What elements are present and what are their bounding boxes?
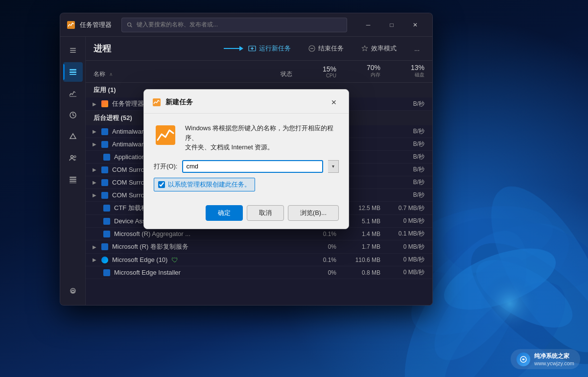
open-input[interactable] [182, 160, 323, 173]
watermark: 纯净系统之家 www.ycwjzy.com [511, 349, 580, 369]
taskmanager-window: 任务管理器 键入要搜索的名称、发布者或... ─ □ ✕ [60, 13, 433, 306]
dialog-overlay: 新建任务 ✕ Windows 将根据您所键入的名称，为您打开相应的程序、 文件夹… [60, 13, 432, 305]
dialog-input-row: 打开(O): ▾ [154, 160, 339, 173]
checkbox-row: 以系统管理权限创建此任务。 [154, 178, 255, 191]
dialog-title-text: 新建任务 [165, 98, 193, 107]
watermark-url: www.ycwjzy.com [534, 360, 574, 366]
dropdown-button[interactable]: ▾ [328, 160, 339, 173]
open-label: 打开(O): [154, 162, 177, 171]
dialog-footer: 确定 取消 浏览(B)... [144, 199, 349, 229]
svg-rect-36 [156, 125, 175, 145]
watermark-brand: 纯净系统之家 [534, 352, 574, 360]
dialog-titlebar: 新建任务 ✕ [144, 90, 349, 114]
dialog-form: 打开(O): ▾ 以系统管理权限创建此任务。 [144, 160, 349, 199]
watermark-logo [517, 353, 530, 366]
dialog-app-icon [154, 123, 177, 147]
browse-button[interactable]: 浏览(B)... [288, 205, 339, 221]
cancel-button[interactable]: 取消 [247, 205, 284, 221]
new-task-dialog: 新建任务 ✕ Windows 将根据您所键入的名称，为您打开相应的程序、 文件夹… [143, 89, 349, 229]
svg-point-10 [461, 240, 559, 338]
dialog-description-text: Windows 将根据您所键入的名称，为您打开相应的程序、 文件夹、文档或 In… [185, 123, 339, 152]
confirm-button[interactable]: 确定 [206, 205, 243, 221]
admin-checkbox-label: 以系统管理权限创建此任务。 [168, 180, 251, 189]
admin-checkbox[interactable] [158, 181, 165, 188]
watermark-text-block: 纯净系统之家 www.ycwjzy.com [534, 352, 574, 366]
dialog-icon-small [152, 97, 162, 107]
dialog-close-button[interactable]: ✕ [327, 95, 341, 109]
dialog-body: Windows 将根据您所键入的名称，为您打开相应的程序、 文件夹、文档或 In… [144, 114, 349, 160]
dialog-title-left: 新建任务 [152, 97, 193, 107]
